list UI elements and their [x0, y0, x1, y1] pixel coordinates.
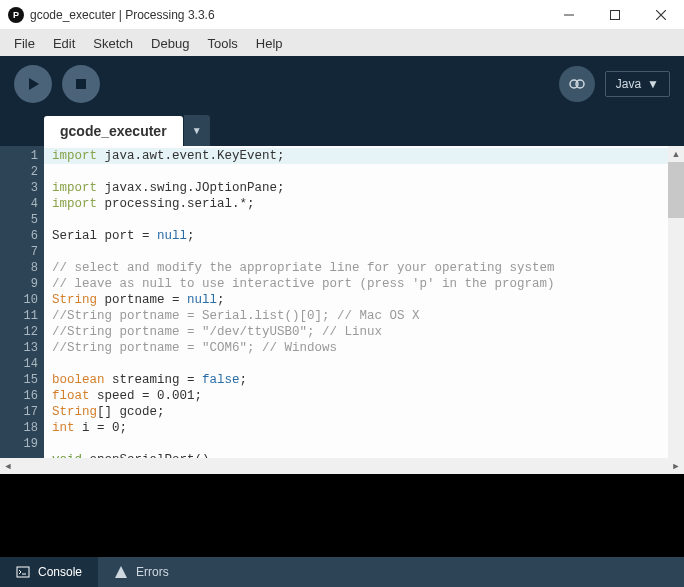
chevron-down-icon: ▼ [647, 77, 659, 91]
menu-sketch[interactable]: Sketch [85, 33, 141, 54]
console-output [0, 474, 684, 557]
vertical-scroll-thumb[interactable] [668, 162, 684, 218]
console-tab[interactable]: Console [0, 557, 98, 587]
warning-icon [114, 565, 128, 579]
code-line: boolean streaming = false; [52, 373, 247, 387]
code-area[interactable]: import java.awt.event.KeyEvent; import j… [44, 146, 684, 458]
bottom-tab-bar: Console Errors [0, 557, 684, 587]
console-icon [16, 565, 30, 579]
code-line: //String portname = Serial.list()[0]; //… [52, 309, 420, 323]
debug-button[interactable] [559, 66, 595, 102]
code-line: import processing.serial.*; [52, 197, 255, 211]
menu-tools[interactable]: Tools [199, 33, 245, 54]
scroll-left-arrow[interactable]: ◄ [0, 461, 16, 471]
code-line: String[] gcode; [52, 405, 165, 419]
svg-point-4 [576, 80, 584, 88]
svg-rect-5 [17, 567, 29, 577]
window-title: gcode_executer | Processing 3.3.6 [30, 8, 546, 22]
code-line: float speed = 0.001; [52, 389, 202, 403]
svg-marker-6 [115, 566, 127, 578]
toolbar: Java ▼ [0, 56, 684, 112]
tab-dropdown[interactable]: ▼ [184, 115, 210, 146]
vertical-scrollbar[interactable]: ▲ [668, 146, 684, 458]
code-line: String portname = null; [52, 293, 225, 307]
minimize-button[interactable] [546, 0, 592, 30]
maximize-button[interactable] [592, 0, 638, 30]
tab-active[interactable]: gcode_executer [44, 116, 183, 146]
code-line: //String portname = "COM6"; // Windows [52, 341, 337, 355]
menu-help[interactable]: Help [248, 33, 291, 54]
horizontal-scrollbar[interactable]: ◄ ► [0, 458, 684, 474]
code-line: int i = 0; [52, 421, 127, 435]
code-line: import javax.swing.JOptionPane; [52, 181, 285, 195]
svg-rect-0 [611, 10, 620, 19]
code-line: import java.awt.event.KeyEvent; [44, 148, 676, 164]
language-label: Java [616, 77, 641, 91]
code-line: Serial port = null; [52, 229, 195, 243]
menu-file[interactable]: File [6, 33, 43, 54]
errors-tab-label: Errors [136, 565, 169, 579]
tab-bar: gcode_executer ▼ [0, 112, 684, 146]
scroll-right-arrow[interactable]: ► [668, 461, 684, 471]
svg-rect-2 [76, 79, 86, 89]
run-button[interactable] [14, 65, 52, 103]
errors-tab[interactable]: Errors [98, 557, 185, 587]
code-line: //String portname = "/dev/ttyUSB0"; // L… [52, 325, 382, 339]
console-tab-label: Console [38, 565, 82, 579]
language-selector[interactable]: Java ▼ [605, 71, 670, 97]
menu-debug[interactable]: Debug [143, 33, 197, 54]
close-button[interactable] [638, 0, 684, 30]
code-editor[interactable]: 12345678910111213141516171819 import jav… [0, 146, 684, 458]
menu-bar: FileEditSketchDebugToolsHelp [0, 30, 684, 56]
scroll-up-arrow[interactable]: ▲ [668, 146, 684, 162]
app-icon: P [8, 7, 24, 23]
svg-marker-1 [29, 78, 39, 90]
title-bar: P gcode_executer | Processing 3.3.6 [0, 0, 684, 30]
line-number-gutter: 12345678910111213141516171819 [0, 146, 44, 458]
menu-edit[interactable]: Edit [45, 33, 83, 54]
code-line: void openSerialPort() [52, 453, 210, 458]
code-line: // leave as null to use interactive port… [52, 277, 555, 291]
stop-button[interactable] [62, 65, 100, 103]
code-line: // select and modify the appropriate lin… [52, 261, 555, 275]
